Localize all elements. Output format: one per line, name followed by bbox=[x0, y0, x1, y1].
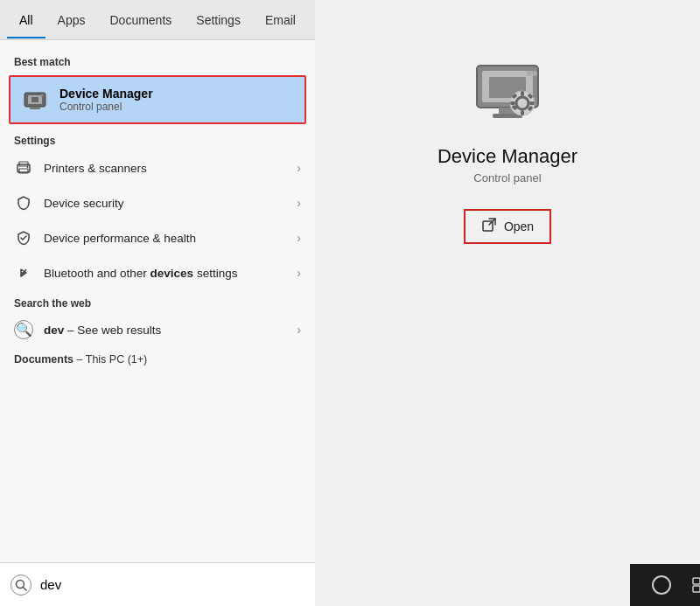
tab-apps[interactable]: Apps bbox=[46, 3, 98, 38]
svg-point-8 bbox=[27, 166, 29, 168]
device-performance-label: Device performance & health bbox=[44, 232, 297, 245]
tab-bar: All Apps Documents Settings Email Web Mo… bbox=[0, 0, 315, 40]
detail-content: Device Manager Control panel Open bbox=[438, 52, 578, 244]
svg-point-17 bbox=[532, 71, 537, 76]
bluetooth-icon bbox=[14, 263, 33, 282]
settings-item-device-performance[interactable]: Device performance & health › bbox=[0, 220, 315, 255]
open-label: Open bbox=[504, 219, 534, 233]
taskbar-taskview-icon[interactable] bbox=[690, 573, 700, 597]
printer-icon bbox=[14, 158, 33, 178]
svg-rect-4 bbox=[30, 107, 40, 109]
documents-label: Documents – This PC (1+) bbox=[0, 346, 315, 371]
shield-icon-security bbox=[14, 193, 33, 212]
svg-rect-23 bbox=[529, 101, 535, 105]
results-area: Best match Device Manager Control panel … bbox=[0, 40, 315, 562]
svg-rect-30 bbox=[693, 578, 700, 584]
svg-point-29 bbox=[653, 576, 670, 594]
settings-item-bluetooth[interactable]: Bluetooth and other devices settings › bbox=[0, 255, 315, 290]
device-manager-icon bbox=[21, 86, 49, 114]
tab-settings[interactable]: Settings bbox=[184, 3, 253, 38]
printers-label: Printers & scanners bbox=[44, 162, 297, 175]
open-button[interactable]: Open bbox=[464, 209, 551, 244]
taskbar-search-icon[interactable] bbox=[649, 573, 674, 597]
best-match-item[interactable]: Device Manager Control panel bbox=[9, 75, 306, 124]
search-circle-icon: 🔍 bbox=[14, 320, 33, 339]
best-match-subtitle: Control panel bbox=[60, 101, 153, 113]
search-panel: All Apps Documents Settings Email Web Mo… bbox=[0, 0, 315, 606]
detail-panel: Device Manager Control panel Open bbox=[315, 0, 700, 606]
search-bar bbox=[0, 562, 315, 606]
chevron-right-icon-4: › bbox=[297, 266, 301, 280]
open-icon bbox=[481, 217, 497, 236]
device-security-label: Device security bbox=[44, 197, 297, 210]
svg-point-3 bbox=[41, 94, 44, 97]
best-match-title: Device Manager bbox=[60, 87, 153, 101]
svg-rect-2 bbox=[32, 97, 38, 102]
svg-point-16 bbox=[527, 71, 532, 76]
tab-email[interactable]: Email bbox=[253, 3, 308, 38]
taskbar bbox=[630, 564, 700, 606]
best-match-label: Best match bbox=[0, 49, 315, 72]
detail-device-manager-icon bbox=[468, 52, 547, 131]
settings-item-device-security[interactable]: Device security › bbox=[0, 185, 315, 220]
web-search-text: dev – See web results bbox=[44, 324, 297, 337]
chevron-right-icon-2: › bbox=[297, 196, 301, 210]
chevron-right-icon: › bbox=[297, 161, 301, 175]
web-search-item[interactable]: 🔍 dev – See web results › bbox=[0, 313, 315, 346]
chevron-right-icon-3: › bbox=[297, 231, 301, 245]
detail-subtitle: Control panel bbox=[473, 171, 541, 185]
tab-all[interactable]: All bbox=[7, 3, 46, 38]
tab-documents[interactable]: Documents bbox=[97, 3, 184, 38]
bluetooth-label: Bluetooth and other devices settings bbox=[44, 267, 297, 280]
svg-rect-21 bbox=[521, 110, 524, 115]
settings-item-printers[interactable]: Printers & scanners › bbox=[0, 150, 315, 185]
detail-title: Device Manager bbox=[438, 145, 578, 168]
svg-rect-20 bbox=[521, 91, 524, 96]
chevron-right-icon-5: › bbox=[297, 323, 301, 337]
search-icon bbox=[10, 575, 32, 596]
search-web-label: Search the web bbox=[0, 290, 315, 313]
settings-section-label: Settings bbox=[0, 128, 315, 150]
best-match-text: Device Manager Control panel bbox=[60, 87, 153, 113]
svg-rect-32 bbox=[693, 586, 700, 592]
search-input[interactable] bbox=[40, 577, 304, 592]
svg-rect-22 bbox=[510, 101, 515, 105]
svg-line-10 bbox=[24, 587, 27, 590]
shield-icon-performance bbox=[14, 228, 33, 247]
